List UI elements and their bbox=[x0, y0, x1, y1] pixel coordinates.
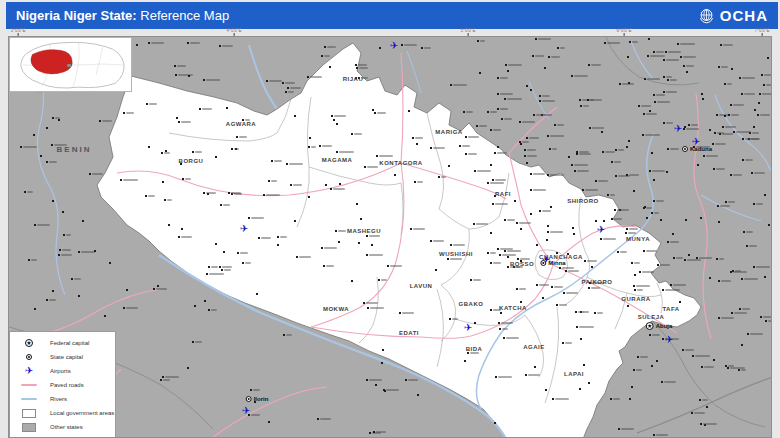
longitude-tick: 7°0'0"E bbox=[755, 29, 770, 36]
lga-label-agwara: AGWARA bbox=[226, 121, 256, 127]
airport-icon: ✈ bbox=[597, 225, 605, 235]
airport-icon: ✈ bbox=[674, 124, 682, 134]
longitude-tick: 4°0'0"E bbox=[227, 29, 242, 36]
niger-state-highlight bbox=[31, 50, 72, 74]
legend-row-other-states: Other states bbox=[16, 420, 115, 434]
paved-road-icon bbox=[21, 384, 37, 386]
lga-label-tafa: TAFA bbox=[662, 306, 679, 312]
city-abuja: ★Abuja bbox=[646, 322, 673, 330]
airport-icon: ✈ bbox=[542, 255, 550, 265]
lga-label-gbako: GBAKO bbox=[459, 301, 484, 307]
airport-icon: ✈ bbox=[665, 335, 673, 345]
legend-row-federal-capital: ★ Federal capital bbox=[16, 336, 115, 350]
lga-label-lapai: LAPAI bbox=[564, 371, 584, 377]
legend-row-paved-roads: Paved roads bbox=[16, 378, 115, 392]
lga-label-mariga: MARIGA bbox=[435, 129, 462, 135]
lga-label-wushishi: WUSHISHI bbox=[439, 251, 473, 257]
lga-label-lavun: LAVUN bbox=[410, 283, 433, 289]
page-title-bold: Nigeria Niger State: bbox=[16, 8, 137, 23]
map-canvas: BENINRIJAUAGWARABORGUMAGAMAKONTAGORAMARI… bbox=[8, 36, 772, 438]
lga-label-mokwa: MOKWA bbox=[323, 306, 349, 312]
lga-label-rafi: RAFI bbox=[495, 191, 511, 197]
page-title-regular: Reference Map bbox=[137, 8, 230, 23]
legend-label: Federal capital bbox=[50, 340, 89, 346]
airport-icon: ✈ bbox=[242, 406, 250, 416]
nigeria-overview-inset bbox=[9, 37, 132, 92]
legend-label: Other states bbox=[50, 424, 83, 430]
legend-label: State capital bbox=[50, 354, 83, 360]
lga-label-katcha: KATCHA bbox=[499, 305, 527, 311]
legend-row-state-capital: State capital bbox=[16, 350, 115, 364]
un-emblem-icon bbox=[698, 7, 715, 24]
longitude-tick: 6°0'0"E bbox=[617, 29, 632, 36]
country-label-benin: BENIN bbox=[57, 145, 92, 154]
lga-label-edati: EDATI bbox=[399, 330, 419, 336]
longitude-tick-label: 7°0'0"E bbox=[755, 29, 770, 33]
lga-area-icon bbox=[22, 409, 36, 418]
ocha-logo: OCHA bbox=[698, 7, 768, 24]
federal-capital-icon: ★ bbox=[646, 322, 654, 330]
legend-row-airports: ✈ Airports bbox=[16, 364, 115, 378]
page-title: Nigeria Niger State: Reference Map bbox=[16, 8, 229, 23]
lga-label-kontagora: KONTAGORA bbox=[379, 160, 422, 166]
city-label: Ilorin bbox=[254, 396, 269, 402]
other-states-icon bbox=[22, 423, 36, 432]
state-capital-icon bbox=[26, 354, 32, 360]
airport-icon: ✈ bbox=[25, 366, 33, 376]
river-icon bbox=[21, 398, 37, 400]
city-label: Abuja bbox=[656, 323, 673, 329]
airport-icon: ✈ bbox=[464, 323, 472, 333]
legend-label: Airports bbox=[50, 368, 71, 374]
airport-icon: ✈ bbox=[692, 137, 700, 147]
ocha-wordmark: OCHA bbox=[720, 7, 768, 24]
legend-row-lga: Local government areas bbox=[16, 406, 115, 420]
lga-label-mashegu: MASHEGU bbox=[347, 228, 381, 234]
lga-label-bosso: BOSSO bbox=[510, 261, 534, 267]
map-document: { "header": { "title_bold": "Nigeria Nig… bbox=[0, 0, 780, 438]
lga-label-rijau: RIJAU bbox=[343, 76, 364, 82]
legend-label: Local government areas bbox=[50, 410, 114, 416]
state-capital-icon bbox=[246, 396, 252, 402]
lga-label-agaie: AGAIE bbox=[523, 344, 545, 350]
lga-label-shiroro: SHIRORO bbox=[567, 198, 599, 204]
federal-capital-icon: ★ bbox=[25, 339, 33, 347]
legend: ★ Federal capital State capital ✈ Airpor… bbox=[9, 331, 116, 438]
lga-label-munya: MUNYA bbox=[626, 236, 650, 242]
lga-label-bida: BIDA bbox=[466, 346, 483, 352]
lga-label-suleja: SULEJA bbox=[638, 314, 665, 320]
longitude-tick-label: 6°0'0"E bbox=[617, 29, 632, 33]
city-label: Minna bbox=[548, 260, 565, 266]
lga-label-magama: MAGAMA bbox=[322, 157, 353, 163]
town-label-smudge bbox=[771, 224, 772, 226]
legend-row-rivers: Rivers bbox=[16, 392, 115, 406]
airport-icon: ✈ bbox=[240, 224, 248, 234]
airport-icon: ✈ bbox=[390, 41, 398, 51]
longitude-tick-label: 5°0'0"E bbox=[461, 29, 476, 33]
longitude-tick-label: 3°0'0"E bbox=[11, 29, 26, 33]
longitude-tick-label: 4°0'0"E bbox=[227, 29, 242, 33]
lga-label-paikoro: PAIKORO bbox=[581, 279, 612, 285]
longitude-scale: 3°0'0"E4°0'0"E5°0'0"E6°0'0"E7°0'0"E bbox=[6, 29, 778, 36]
longitude-tick: 3°0'0"E bbox=[11, 29, 26, 36]
title-bar: Nigeria Niger State: Reference Map OCHA bbox=[6, 2, 778, 29]
lga-label-borgu: BORGU bbox=[179, 158, 204, 164]
legend-label: Rivers bbox=[50, 396, 67, 402]
longitude-tick: 5°0'0"E bbox=[461, 29, 476, 36]
map-labels: BENINRIJAUAGWARABORGUMAGAMAKONTAGORAMARI… bbox=[9, 37, 772, 438]
city-ilorin: Ilorin bbox=[246, 396, 269, 402]
lga-label-gurara: GURARA bbox=[621, 296, 650, 302]
state-capital-icon bbox=[682, 146, 688, 152]
legend-label: Paved roads bbox=[50, 382, 84, 388]
